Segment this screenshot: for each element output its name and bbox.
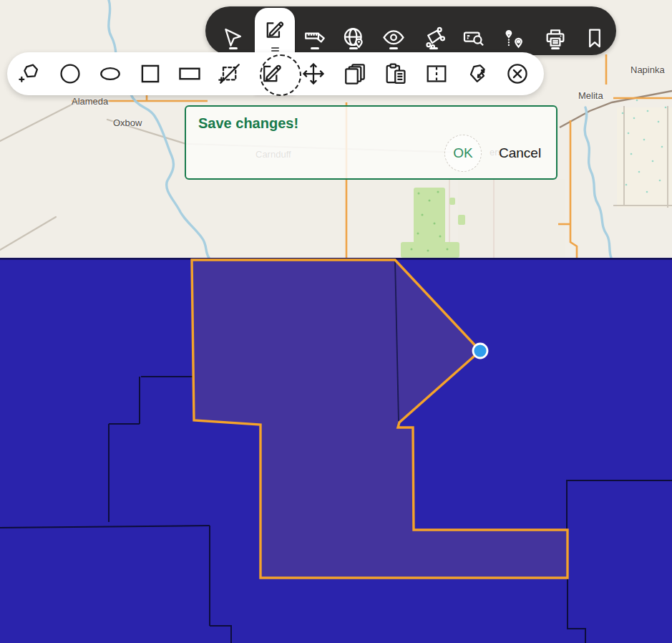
edit-map-graphics [0, 258, 672, 643]
save-changes-dialog: Save changes! OK Cancel [185, 105, 557, 180]
draw-rectangle-icon[interactable] [177, 61, 203, 87]
move-feature-icon[interactable] [301, 61, 326, 87]
tab-handle-line [271, 50, 279, 52]
edit-toolbar [7, 52, 544, 95]
tool-indicator-dash [389, 47, 398, 49]
place-label-melita: Melita [578, 90, 603, 101]
cancel-editing-icon[interactable] [505, 61, 530, 87]
map-editor-app: { "dialog": { "title": "Save changes!", … [0, 0, 672, 643]
draw-polygon-icon[interactable] [17, 61, 43, 87]
cancel-button[interactable]: Cancel [499, 145, 541, 161]
reshape-feature-icon[interactable] [464, 61, 490, 87]
route-points-icon[interactable] [502, 26, 526, 50]
place-label-oxbow: Oxbow [113, 117, 142, 128]
bookmarks-icon[interactable] [583, 26, 607, 50]
tool-indicator-dash [311, 47, 319, 49]
tool-indicator-dash [429, 47, 438, 49]
draw-square-icon[interactable] [137, 61, 163, 87]
print-icon[interactable] [543, 26, 568, 50]
select-cursor-icon[interactable] [221, 26, 245, 50]
edit-geometry-icon [263, 18, 287, 42]
vertex-handle [473, 344, 487, 358]
tool-indicator-dash [229, 47, 238, 49]
cancel-button-label: Cancel [499, 145, 541, 160]
edit-vertices-icon[interactable] [259, 61, 285, 87]
measure-icon[interactable] [303, 26, 327, 50]
vertex-tools-icon[interactable] [422, 26, 446, 50]
globe-locations-icon[interactable] [341, 26, 366, 50]
place-label-napinka: Napinka [630, 64, 665, 75]
attribute-query-icon[interactable] [462, 26, 486, 50]
tab-handle-line [271, 47, 279, 49]
dialog-title: Save changes! [198, 115, 298, 132]
place-label-alameda: Alameda [72, 96, 108, 107]
paste-feature-icon[interactable] [383, 61, 409, 87]
split-feature-icon[interactable] [424, 61, 449, 87]
edit-map-canvas[interactable] [0, 258, 672, 643]
ok-button[interactable]: OK [444, 135, 482, 172]
draw-circle-icon[interactable] [57, 61, 83, 87]
visibility-eye-icon[interactable] [381, 26, 406, 50]
tool-indicator-dash [349, 47, 358, 49]
tool-indicator-dash [551, 47, 560, 49]
draw-ellipse-icon[interactable] [97, 61, 123, 87]
ok-button-label: OK [453, 145, 472, 161]
copy-feature-icon[interactable] [342, 61, 368, 87]
clear-selection-icon[interactable] [217, 61, 243, 87]
